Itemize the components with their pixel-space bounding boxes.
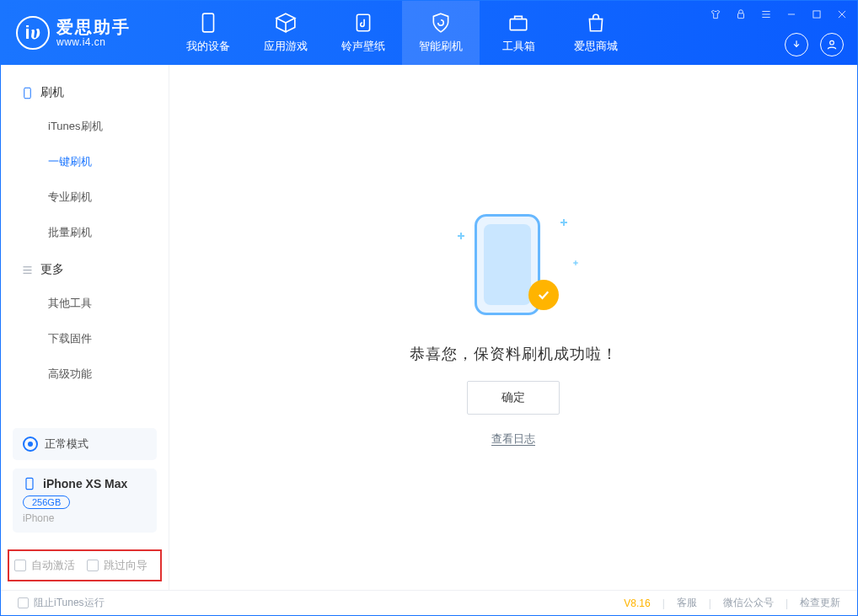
- svg-rect-2: [510, 19, 527, 30]
- phone-screen-icon: [484, 224, 531, 305]
- sidebar-item-pro-flash[interactable]: 专业刷机: [1, 179, 169, 215]
- cube-icon: [275, 12, 297, 34]
- sidebar-item-other-tools[interactable]: 其他工具: [1, 286, 169, 321]
- checkbox-icon: [14, 560, 26, 571]
- window-controls: [707, 6, 850, 23]
- main-tabs: 我的设备 应用游戏 铃声壁纸 智能刷机 工具箱 爱思商城: [169, 1, 635, 65]
- tab-label: 应用游戏: [264, 39, 308, 54]
- main-content: 恭喜您，保资料刷机成功啦！ 确定 查看日志: [169, 65, 857, 590]
- device-name: iPhone XS Max: [43, 477, 127, 490]
- tab-flash[interactable]: 智能刷机: [402, 1, 480, 65]
- user-button[interactable]: [820, 33, 844, 56]
- svg-rect-3: [738, 13, 744, 19]
- sparkle-icon: [458, 233, 464, 239]
- close-icon[interactable]: [834, 6, 850, 23]
- device-type: iPhone: [23, 512, 147, 524]
- check-badge-icon: [528, 280, 559, 310]
- mode-label: 正常模式: [45, 437, 88, 452]
- device-storage-badge: 256GB: [23, 495, 70, 509]
- block-itunes-checkbox[interactable]: 阻止iTunes运行: [18, 596, 105, 610]
- device-icon: [21, 87, 34, 99]
- device-mode-card[interactable]: 正常模式: [13, 428, 157, 460]
- checkbox-label: 阻止iTunes运行: [34, 596, 105, 610]
- bag-icon: [585, 12, 607, 34]
- checkbox-icon: [18, 597, 29, 608]
- lock-icon[interactable]: [732, 6, 749, 23]
- device-info-card[interactable]: iPhone XS Max 256GB iPhone: [13, 469, 157, 533]
- version-label: V8.16: [624, 597, 650, 609]
- phone-small-icon: [23, 477, 36, 490]
- svg-rect-1: [357, 14, 369, 31]
- ok-button[interactable]: 确定: [467, 381, 560, 415]
- auto-activate-checkbox[interactable]: 自动激活: [14, 558, 75, 573]
- app-subtitle: www.i4.cn: [56, 36, 131, 48]
- status-bar: 阻止iTunes运行 V8.16 | 客服 | 微信公众号 | 检查更新: [1, 590, 857, 615]
- checkbox-icon: [87, 560, 99, 571]
- checkbox-label: 跳过向导: [104, 558, 147, 573]
- view-log-link[interactable]: 查看日志: [491, 431, 535, 447]
- download-button[interactable]: [785, 33, 808, 56]
- sidebar-group-more: 更多: [1, 250, 169, 286]
- mode-indicator-icon: [23, 437, 38, 452]
- header-action-buttons: [785, 33, 844, 56]
- toolbox-icon: [507, 12, 529, 34]
- group-title: 刷机: [40, 85, 64, 100]
- maximize-icon[interactable]: [808, 6, 825, 23]
- success-message: 恭喜您，保资料刷机成功啦！: [410, 344, 618, 364]
- shirt-icon[interactable]: [707, 6, 724, 23]
- app-header: iሀ 爱思助手 www.i4.cn 我的设备 应用游戏 铃声壁纸 智能刷机 工具…: [1, 1, 857, 65]
- tab-label: 智能刷机: [419, 39, 463, 54]
- music-file-icon: [352, 12, 374, 34]
- logo-icon: iሀ: [16, 16, 50, 50]
- tab-apps[interactable]: 应用游戏: [247, 1, 324, 65]
- tab-device[interactable]: 我的设备: [169, 1, 247, 65]
- group-title: 更多: [40, 262, 64, 277]
- shield-refresh-icon: [430, 12, 452, 34]
- sidebar-group-flash: 刷机: [1, 73, 169, 109]
- sparkle-icon: [560, 219, 567, 226]
- list-icon: [21, 264, 34, 276]
- wechat-link[interactable]: 微信公众号: [723, 596, 774, 610]
- sidebar-item-onekey-flash[interactable]: 一键刷机: [1, 144, 169, 179]
- sidebar-item-itunes-flash[interactable]: iTunes刷机: [1, 109, 169, 144]
- success-illustration: [463, 209, 564, 327]
- svg-rect-7: [26, 478, 33, 489]
- skip-guide-checkbox[interactable]: 跳过向导: [87, 558, 147, 573]
- check-update-link[interactable]: 检查更新: [800, 596, 840, 610]
- phone-icon: [197, 12, 219, 34]
- sidebar-item-advanced[interactable]: 高级功能: [1, 356, 169, 392]
- tab-ring[interactable]: 铃声壁纸: [324, 1, 402, 65]
- app-title: 爱思助手: [56, 18, 131, 36]
- minimize-icon[interactable]: [783, 6, 800, 23]
- sidebar: 刷机 iTunes刷机 一键刷机 专业刷机 批量刷机 更多 其他工具 下载固件 …: [1, 65, 169, 590]
- app-logo: iሀ 爱思助手 www.i4.cn: [1, 1, 169, 65]
- tab-toolbox[interactable]: 工具箱: [480, 1, 557, 65]
- flash-options-highlighted: 自动激活 跳过向导: [8, 549, 162, 581]
- sidebar-item-download-firmware[interactable]: 下载固件: [1, 321, 169, 356]
- tab-label: 爱思商城: [574, 39, 618, 54]
- support-link[interactable]: 客服: [677, 596, 697, 610]
- tab-label: 工具箱: [502, 39, 535, 54]
- svg-point-5: [830, 40, 834, 45]
- tab-label: 我的设备: [186, 39, 230, 54]
- sidebar-item-batch-flash[interactable]: 批量刷机: [1, 215, 169, 250]
- svg-rect-4: [813, 11, 820, 18]
- tab-label: 铃声壁纸: [341, 39, 385, 54]
- sparkle-icon: [573, 260, 578, 265]
- menu-icon[interactable]: [758, 6, 775, 23]
- tab-mall[interactable]: 爱思商城: [557, 1, 635, 65]
- svg-rect-6: [24, 88, 31, 99]
- svg-rect-0: [203, 13, 214, 32]
- checkbox-label: 自动激活: [31, 558, 75, 573]
